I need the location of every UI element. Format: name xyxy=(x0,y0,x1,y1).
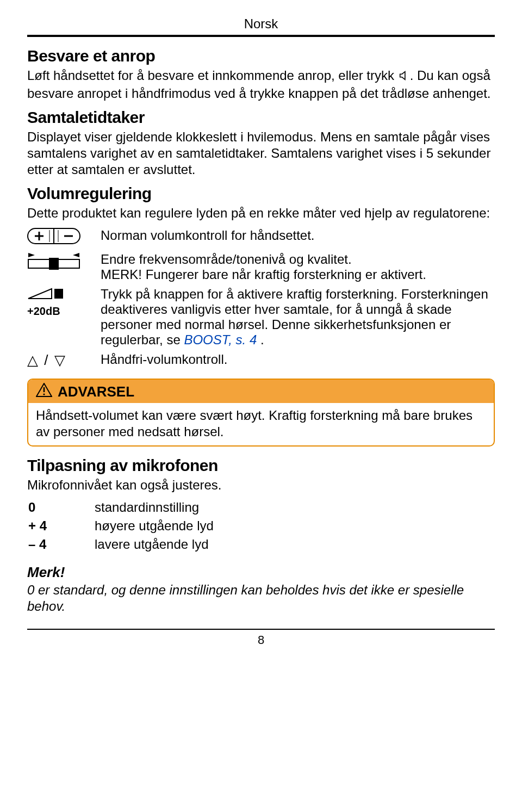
mic-val: høyere utgående lyd xyxy=(95,517,214,535)
mic-key: 0 xyxy=(28,499,94,516)
volume-row-handset: Norman volumkontroll for håndsettet. xyxy=(27,226,495,250)
warning-title: ADVARSEL xyxy=(58,383,134,400)
volume-handsfree-text: Håndfri-volumkontroll. xyxy=(101,350,495,371)
svg-marker-8 xyxy=(73,253,79,257)
volume-boost-text-b: . xyxy=(257,332,264,347)
paragraph-answer: Løft håndsettet for å besvare et innkomm… xyxy=(27,67,495,102)
note-body: 0 er standard, og denne innstillingen ka… xyxy=(27,582,495,615)
warning-body: Håndsett-volumet kan være svært høyt. Kr… xyxy=(28,403,494,445)
paragraph-timer: Displayet viser gjeldende klokkeslett i … xyxy=(27,129,495,178)
mic-row: 0 standardinnstilling xyxy=(28,499,214,516)
mic-key: – 4 xyxy=(28,536,94,553)
tone-slider-icon xyxy=(27,258,80,273)
volume-tone-text: Endre frekvensområde/tonenivå og kvalite… xyxy=(101,252,352,266)
volume-handset-text: Norman volumkontroll for håndsettet. xyxy=(101,226,495,250)
page-number: 8 xyxy=(27,633,495,647)
boost-link[interactable]: BOOST, s. 4 xyxy=(184,332,257,347)
mic-val: standardinnstilling xyxy=(95,499,214,516)
volume-row-tone: Endre frekvensområde/tonenivå og kvalite… xyxy=(27,250,495,284)
triangle-up-icon: △ xyxy=(27,352,39,368)
note-heading: Merk! xyxy=(27,564,495,581)
triangle-down-icon: ▽ xyxy=(54,352,66,368)
mic-settings-table: 0 standardinnstilling + 4 høyere utgåend… xyxy=(27,498,215,554)
mic-val: lavere utgående lyd xyxy=(95,536,214,553)
heading-volume: Volumregulering xyxy=(27,184,495,203)
volume-boost-text-a: Trykk på knappen for å aktivere kraftig … xyxy=(101,287,488,347)
footer-rule xyxy=(27,629,495,630)
volume-tone-note: MERK! Fungerer bare når kraftig forsterk… xyxy=(101,267,426,282)
heading-answer: Besvare et anrop xyxy=(27,47,495,65)
volume-controls-table: Norman volumkontroll for håndsettet. End… xyxy=(27,226,495,371)
mic-row: – 4 lavere utgående lyd xyxy=(28,536,214,553)
rocker-plus-minus-icon xyxy=(27,232,80,247)
svg-point-15 xyxy=(43,393,45,395)
mic-row: + 4 høyere utgående lyd xyxy=(28,517,214,535)
speaker-icon xyxy=(398,69,410,85)
mic-key: + 4 xyxy=(28,517,94,535)
svg-marker-11 xyxy=(28,289,52,299)
boost-icon xyxy=(27,289,65,303)
header-rule xyxy=(27,35,495,37)
volume-row-handsfree: △ / ▽ Håndfri-volumkontroll. xyxy=(27,350,495,371)
warning-box: ADVARSEL Håndsett-volumet kan være svært… xyxy=(27,379,495,447)
heading-timer: Samtaletidtaker xyxy=(27,108,495,127)
paragraph-mic-intro: Mikrofonnivået kan også justeres. xyxy=(27,477,495,493)
header-language: Norsk xyxy=(27,16,495,32)
warning-icon xyxy=(36,383,52,401)
volume-row-boost: +20dB Trykk på knappen for å aktivere kr… xyxy=(27,284,495,350)
paragraph-volume-intro: Dette produktet kan regulere lyden på en… xyxy=(27,205,495,221)
svg-marker-7 xyxy=(28,253,35,257)
answer-text-before-icon: Løft håndsettet for å besvare et innkomm… xyxy=(27,68,398,83)
heading-mic: Tilpasning av mikrofonen xyxy=(27,456,495,475)
svg-rect-10 xyxy=(49,258,59,270)
boost-label: +20dB xyxy=(27,305,101,318)
svg-rect-12 xyxy=(54,289,63,299)
